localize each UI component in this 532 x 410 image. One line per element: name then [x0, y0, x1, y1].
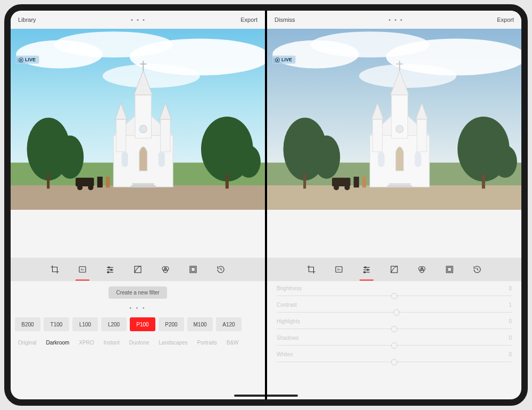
- slider-knob[interactable]: [391, 359, 397, 365]
- svg-point-30: [88, 185, 93, 190]
- svg-point-72: [396, 125, 403, 133]
- filters-tool[interactable]: A+: [333, 264, 345, 275]
- slider-brightness[interactable]: Brightness0: [277, 285, 512, 300]
- svg-rect-58: [303, 174, 306, 188]
- slider-track[interactable]: [277, 342, 512, 349]
- slider-value: 0: [509, 318, 512, 324]
- slider-track[interactable]: [277, 358, 512, 366]
- category-original[interactable]: Original: [18, 340, 36, 346]
- create-filter-button[interactable]: Create a new filter: [109, 286, 167, 299]
- adjust-tool[interactable]: [361, 264, 372, 275]
- svg-rect-24: [159, 152, 165, 167]
- slider-label: Shadows: [277, 335, 298, 341]
- adjust-tool[interactable]: [104, 264, 116, 275]
- filter-category-row: OriginalDarkroomXPROInstantDuotoneLandsc…: [11, 333, 265, 351]
- slider-track[interactable]: [277, 325, 512, 333]
- svg-rect-71: [415, 152, 421, 167]
- category-b&w[interactable]: B&W: [227, 340, 239, 346]
- slider-shadows[interactable]: Shadows0: [277, 335, 512, 349]
- slider-label: Brightness: [277, 285, 302, 291]
- category-duotone[interactable]: Duotone: [129, 340, 149, 346]
- category-darkroom[interactable]: Darkroom: [46, 340, 69, 346]
- right-topbar: Dismiss • • • Export: [267, 11, 521, 29]
- svg-point-29: [77, 185, 82, 190]
- svg-rect-88: [391, 266, 397, 273]
- export-button[interactable]: Export: [240, 17, 257, 23]
- photo-container-left: LIVE: [11, 29, 265, 210]
- slider-highlights[interactable]: Highlights0: [277, 318, 512, 333]
- svg-rect-23: [121, 152, 128, 167]
- dismiss-button[interactable]: Dismiss: [275, 17, 295, 23]
- live-icon: [275, 58, 280, 62]
- filter-chip-p100[interactable]: P100: [130, 317, 155, 331]
- svg-rect-21: [161, 119, 170, 152]
- svg-rect-78: [354, 177, 359, 187]
- photo-right[interactable]: [267, 29, 521, 210]
- svg-rect-93: [447, 267, 452, 272]
- left-pane: Library • • • Export: [11, 11, 265, 399]
- slider-value: 0: [509, 285, 512, 291]
- svg-rect-19: [116, 119, 126, 152]
- svg-text:A+: A+: [337, 268, 341, 271]
- svg-rect-12: [226, 175, 229, 188]
- history-tool[interactable]: [215, 264, 227, 275]
- live-badge-right: LIVE: [272, 55, 296, 64]
- left-topbar: Library • • • Export: [11, 11, 265, 29]
- svg-point-4: [103, 64, 200, 88]
- filter-pager-dots: • • •: [11, 302, 265, 315]
- svg-rect-70: [378, 152, 384, 167]
- crop-tool[interactable]: [49, 264, 61, 275]
- svg-rect-74: [387, 185, 412, 187]
- photo-container-right: LIVE: [267, 29, 521, 210]
- category-landscapes[interactable]: Landscapes: [159, 340, 188, 346]
- svg-point-8: [56, 136, 84, 179]
- color-tool[interactable]: [416, 264, 428, 275]
- svg-point-57: [493, 145, 517, 178]
- slider-knob[interactable]: [391, 293, 397, 299]
- frame-tool[interactable]: [444, 264, 455, 275]
- slider-knob[interactable]: [393, 309, 400, 316]
- svg-rect-46: [191, 267, 195, 272]
- svg-rect-26: [132, 183, 154, 185]
- category-instant[interactable]: Instant: [104, 340, 120, 346]
- live-label: LIVE: [281, 57, 292, 62]
- svg-rect-41: [135, 266, 141, 273]
- filter-chip-b200[interactable]: B200: [15, 317, 40, 331]
- crop-tool[interactable]: [305, 264, 317, 275]
- more-icon[interactable]: • • •: [389, 17, 404, 23]
- filter-chip-l100[interactable]: L100: [72, 317, 98, 331]
- category-portraits[interactable]: Portraits: [197, 340, 217, 346]
- more-icon[interactable]: • • •: [131, 17, 146, 23]
- svg-rect-32: [106, 177, 110, 187]
- filter-chip-a120[interactable]: A120: [216, 317, 242, 331]
- slider-track[interactable]: [277, 292, 512, 300]
- svg-rect-6: [11, 185, 265, 210]
- slider-value: 0: [509, 351, 512, 357]
- color-tool[interactable]: [160, 264, 171, 275]
- svg-rect-59: [482, 175, 485, 188]
- curves-tool[interactable]: [388, 264, 400, 275]
- slider-knob[interactable]: [391, 342, 397, 349]
- history-tool[interactable]: [471, 264, 483, 275]
- slider-knob[interactable]: [391, 326, 397, 332]
- category-xpro[interactable]: XPRO: [79, 340, 94, 346]
- frame-tool[interactable]: [187, 264, 199, 275]
- photo-left[interactable]: [11, 29, 265, 210]
- svg-rect-53: [267, 185, 521, 210]
- filter-chip-p200[interactable]: P200: [159, 317, 184, 331]
- filter-chip-t100[interactable]: T100: [44, 317, 69, 331]
- slider-whites[interactable]: Whites0: [277, 351, 512, 366]
- export-button[interactable]: Export: [497, 17, 514, 23]
- curves-tool[interactable]: [132, 264, 144, 275]
- filter-chip-m100[interactable]: M100: [187, 317, 213, 331]
- slider-contrast[interactable]: Contrast1: [277, 302, 512, 316]
- slider-track[interactable]: [277, 309, 512, 316]
- filter-chip-l200[interactable]: L200: [101, 317, 127, 331]
- svg-rect-79: [362, 177, 366, 187]
- live-icon: [19, 58, 23, 62]
- svg-point-55: [313, 136, 340, 179]
- filters-tool[interactable]: A+: [77, 264, 88, 275]
- library-button[interactable]: Library: [18, 17, 36, 23]
- slider-label: Whites: [277, 351, 293, 357]
- home-indicator[interactable]: [234, 395, 298, 397]
